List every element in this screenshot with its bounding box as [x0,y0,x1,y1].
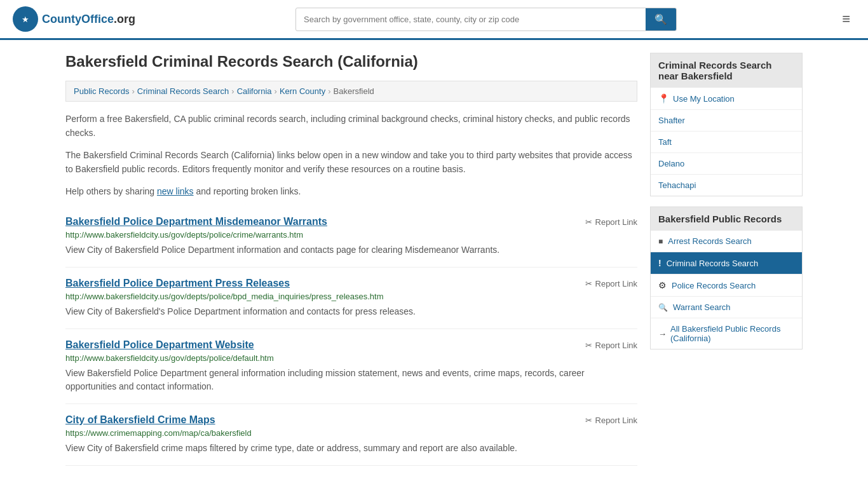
result-url[interactable]: http://www.bakersfieldcity.us/gov/depts/… [65,292,637,301]
result-item: City of Bakersfield Crime Maps ✂ Report … [65,404,637,466]
sidebar-near-taft[interactable]: Taft [651,132,802,153]
result-header: City of Bakersfield Crime Maps ✂ Report … [65,414,637,426]
sidebar-item-arrest-records[interactable]: ■ Arrest Records Search [651,231,802,252]
result-url[interactable]: http://www.bakersfieldcity.us/gov/depts/… [65,353,637,363]
main-container: Bakersfield Criminal Records Search (Cal… [53,40,815,478]
use-my-location-link[interactable]: Use My Location [673,94,735,104]
result-header: Bakersfield Police Department Misdemeano… [65,216,637,227]
logo-icon: ★ [13,6,38,32]
breadcrumb-sep-1: › [132,86,134,96]
sidebar: Criminal Records Search near Bakersfield… [650,53,803,466]
result-header: Bakersfield Police Department Press Rele… [65,278,637,289]
breadcrumb-kern-county[interactable]: Kern County [280,86,325,96]
search-input[interactable] [296,10,646,29]
breadcrumb-california[interactable]: California [237,86,272,96]
tehachapi-link[interactable]: Tehachapi [658,180,696,190]
report-label: Report Link [595,217,637,227]
page-title: Bakersfield Criminal Records Search (Cal… [65,53,637,71]
header: ★ CountyOffice.org 🔍 ≡ [0,0,868,40]
menu-button[interactable]: ≡ [837,8,855,30]
desc-para3-prefix: Help others by sharing [65,186,157,196]
breadcrumb-public-records[interactable]: Public Records [74,86,129,96]
arrest-icon: ■ [658,237,663,246]
result-desc: View Bakersfield Police Department gener… [65,367,637,393]
breadcrumb: Public Records › Criminal Records Search… [65,81,637,102]
report-label: Report Link [595,279,637,288]
result-title[interactable]: Bakersfield Police Department Press Rele… [65,278,290,289]
report-icon: ✂ [585,341,592,350]
report-icon: ✂ [585,217,592,227]
police-icon: ⚙ [658,280,667,290]
use-my-location-item[interactable]: 📍 Use My Location [651,88,802,110]
report-label: Report Link [595,416,637,425]
report-link-button[interactable]: ✂ Report Link [585,414,637,425]
result-item: Bakersfield Police Department Press Rele… [65,268,637,329]
sidebar-near-delano[interactable]: Delano [651,153,802,175]
sidebar-item-police-records[interactable]: ⚙ Police Records Search [651,274,802,297]
shafter-link[interactable]: Shafter [658,116,685,125]
warrant-icon: 🔍 [658,303,668,312]
new-links-link[interactable]: new links [157,186,194,196]
logo-area: ★ CountyOffice.org [13,6,135,32]
result-header: Bakersfield Police Department Website ✂ … [65,339,637,351]
content-area: Bakersfield Criminal Records Search (Cal… [65,53,637,466]
description-para1: Perform a free Bakersfield, CA public cr… [65,112,637,140]
sidebar-public-records-title: Bakersfield Public Records [651,207,802,231]
logo-text: CountyOffice.org [42,13,135,26]
sidebar-item-warrant-search[interactable]: 🔍 Warrant Search [651,297,802,318]
results-list: Bakersfield Police Department Misdemeano… [65,206,637,466]
breadcrumb-sep-2: › [231,86,234,96]
warrant-search-link[interactable]: Warrant Search [673,302,731,312]
sidebar-near-shafter[interactable]: Shafter [651,110,802,132]
svg-text:★: ★ [22,15,29,24]
arrow-right-icon: → [658,329,667,339]
report-link-button[interactable]: ✂ Report Link [585,278,637,288]
police-records-link[interactable]: Police Records Search [672,281,756,290]
breadcrumb-criminal-records[interactable]: Criminal Records Search [137,86,229,96]
report-link-button[interactable]: ✂ Report Link [585,216,637,227]
sidebar-near-title: Criminal Records Search near Bakersfield [651,53,802,88]
result-desc: View City of Bakersfield's Police Depart… [65,305,637,318]
result-desc: View City of Bakersfield Police Departme… [65,243,637,257]
description-para3: Help others by sharing new links and rep… [65,184,637,198]
criminal-records-link[interactable]: Criminal Records Search [667,259,759,268]
result-desc: View City of Bakersfield crime maps filt… [65,442,637,455]
result-title[interactable]: Bakersfield Police Department Misdemeano… [65,216,327,227]
description-para2: The Bakersfield Criminal Records Search … [65,148,637,177]
arrest-records-link[interactable]: Arrest Records Search [668,236,752,246]
sidebar-item-criminal-records[interactable]: ! Criminal Records Search [651,252,802,274]
hamburger-icon: ≡ [842,11,850,27]
search-bar: 🔍 [295,8,677,31]
sidebar-public-records-section: Bakersfield Public Records ■ Arrest Reco… [650,207,803,349]
search-icon: 🔍 [654,14,667,25]
breadcrumb-sep-4: › [328,86,330,96]
result-url[interactable]: http://www.bakersfieldcity.us/gov/depts/… [65,230,637,240]
result-url[interactable]: https://www.crimemapping.com/map/ca/bake… [65,428,637,438]
sidebar-near-section: Criminal Records Search near Bakersfield… [650,53,803,196]
result-title[interactable]: City of Bakersfield Crime Maps [65,414,215,426]
criminal-icon: ! [658,258,661,268]
desc-para3-suffix: and reporting broken links. [194,186,301,196]
all-records-link[interactable]: All Bakersfield Public Records (Californ… [670,324,794,343]
breadcrumb-sep-3: › [275,86,277,96]
result-item: Bakersfield Police Department Website ✂ … [65,329,637,404]
report-link-button[interactable]: ✂ Report Link [585,339,637,350]
all-records-item[interactable]: → All Bakersfield Public Records (Califo… [651,318,802,349]
result-item: Bakersfield Police Department Misdemeano… [65,206,637,268]
result-title[interactable]: Bakersfield Police Department Website [65,339,254,351]
search-button[interactable]: 🔍 [646,8,676,30]
taft-link[interactable]: Taft [658,137,672,147]
report-icon: ✂ [585,416,592,425]
report-icon: ✂ [585,279,592,288]
delano-link[interactable]: Delano [658,159,684,168]
report-label: Report Link [595,341,637,350]
location-pin-icon: 📍 [658,93,669,104]
breadcrumb-bakersfield: Bakersfield [334,86,374,96]
sidebar-near-tehachapi[interactable]: Tehachapi [651,175,802,196]
logo-main: CountyOffice [42,13,114,25]
